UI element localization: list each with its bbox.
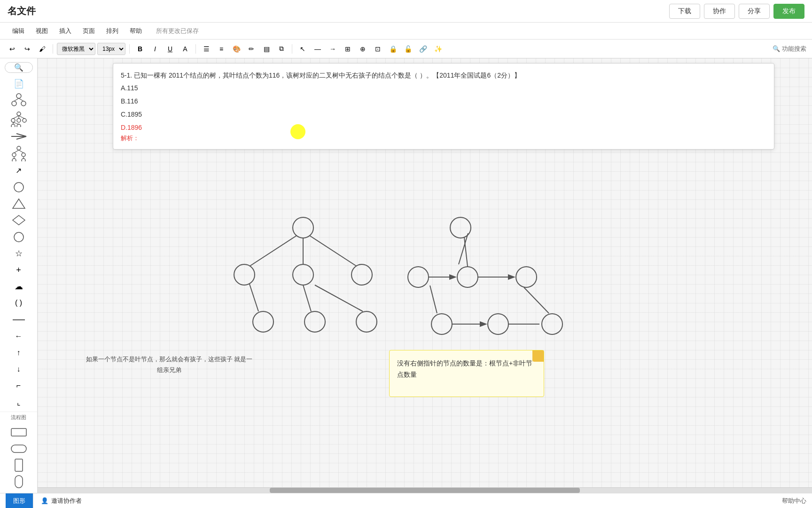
italic-button[interactable]: I: [148, 42, 162, 56]
fill-color-button[interactable]: 🎨: [230, 42, 243, 56]
menu-help[interactable]: 帮助: [125, 25, 147, 37]
menu-bar: 编辑 视图 插入 页面 排列 帮助 所有更改已保存: [0, 23, 812, 40]
help-center-label: 帮助中心: [782, 497, 806, 504]
tab-shapes[interactable]: 图形: [6, 493, 33, 508]
sidebar-l-icon[interactable]: ⌞: [5, 395, 33, 410]
sidebar-bracket-icons[interactable]: ( ): [5, 296, 33, 310]
layout-button[interactable]: ⧉: [275, 42, 288, 56]
align-left-button[interactable]: ☰: [200, 42, 213, 56]
line-button[interactable]: —: [311, 42, 324, 56]
sticky-corner: [532, 350, 544, 362]
invite-collaborator-button[interactable]: 👤 邀请协作者: [41, 497, 82, 505]
underline-button[interactable]: U: [164, 42, 177, 56]
sidebar-triangle-icon[interactable]: [5, 197, 33, 211]
sidebar-new-page[interactable]: 📄: [5, 77, 33, 91]
publish-button[interactable]: 发布: [773, 4, 804, 19]
svg-line-13: [19, 116, 24, 119]
redo-button[interactable]: ↪: [21, 42, 34, 56]
svg-point-59: [542, 314, 562, 334]
paste-button[interactable]: ⊡: [371, 42, 384, 56]
svg-line-46: [310, 236, 357, 266]
menu-edit[interactable]: 编辑: [8, 25, 29, 37]
sidebar-down-icon[interactable]: ↓: [5, 362, 33, 377]
insert-table-button[interactable]: ⊞: [341, 42, 354, 56]
menu-view[interactable]: 视图: [31, 25, 53, 37]
sidebar-shape3[interactable]: [5, 129, 33, 143]
copy-button[interactable]: ⊕: [356, 42, 369, 56]
menu-insert[interactable]: 插入: [55, 25, 76, 37]
horizontal-scrollbar[interactable]: [38, 487, 812, 493]
collaborate-button[interactable]: 协作: [704, 4, 735, 19]
sidebar-tall-rounded-icon[interactable]: [5, 475, 33, 489]
bold-button[interactable]: B: [133, 42, 147, 56]
svg-point-2: [21, 101, 26, 106]
svg-rect-34: [11, 445, 26, 452]
sidebar-star-icon[interactable]: ☆: [5, 246, 33, 261]
sidebar-corner-icon[interactable]: ⌐: [5, 379, 33, 393]
download-button[interactable]: 下载: [669, 4, 700, 19]
sidebar-arrow-icon[interactable]: ↗: [5, 163, 33, 178]
option-b: B.116: [121, 95, 766, 108]
sidebar-line-icon[interactable]: [5, 312, 33, 327]
sticky-note[interactable]: 没有右侧指针的节点的数量是：根节点+非叶节点数量: [389, 350, 544, 397]
line-color-button[interactable]: ✏: [245, 42, 258, 56]
magic-button[interactable]: ✨: [431, 42, 445, 56]
cursor-button[interactable]: ↖: [296, 42, 309, 56]
sidebar-circle-icon[interactable]: [5, 180, 33, 194]
menu-arrange[interactable]: 排列: [102, 25, 123, 37]
sidebar-circle2-icon[interactable]: [5, 230, 33, 244]
sidebar-rect-icon[interactable]: [5, 425, 33, 439]
svg-point-43: [356, 311, 377, 332]
share-button[interactable]: 分享: [739, 4, 770, 19]
svg-point-5: [17, 112, 21, 116]
sidebar-tree3[interactable]: [5, 145, 33, 161]
option-c: C.1895: [121, 108, 766, 121]
bottom-right: 帮助中心: [782, 497, 806, 505]
sidebar-tree2[interactable]: [5, 111, 33, 127]
canvas-area[interactable]: 5-1. 已知一棵有 2011个结点的树，其叶结点个数为116，该树对应的二叉树…: [38, 58, 812, 493]
sep1: [53, 44, 53, 54]
lock-button[interactable]: 🔒: [386, 42, 399, 56]
svg-point-6: [11, 119, 15, 122]
sidebar-diamond-icon[interactable]: [5, 213, 33, 228]
arrow-button[interactable]: →: [326, 42, 339, 56]
svg-point-38: [234, 264, 255, 285]
sidebar-tall-rect-icon[interactable]: [5, 458, 33, 473]
font-color-button[interactable]: A: [179, 42, 192, 56]
svg-rect-36: [15, 476, 23, 488]
link-button[interactable]: 🔗: [416, 42, 429, 56]
list-button[interactable]: ≡: [215, 42, 228, 56]
top-bar-right: 下载 协作 分享 发布: [669, 4, 804, 19]
svg-point-40: [351, 264, 372, 285]
unlock-button[interactable]: 🔓: [401, 42, 414, 56]
sidebar-cloud-icon[interactable]: ☁: [5, 279, 33, 294]
file-title: 名文件: [8, 5, 36, 17]
sidebar-tree1[interactable]: [5, 93, 33, 109]
svg-point-42: [304, 311, 325, 332]
undo-button[interactable]: ↩: [6, 42, 19, 56]
svg-line-64: [524, 287, 549, 313]
sidebar-arrow2-icon[interactable]: ←: [5, 329, 33, 343]
sidebar-plus-icon[interactable]: +: [5, 262, 33, 277]
format-painter-button[interactable]: 🖌: [36, 42, 49, 56]
new-page-icon: 📄: [14, 79, 24, 89]
svg-marker-29: [13, 199, 25, 208]
tree-icon-3: [9, 145, 28, 161]
font-size-select[interactable]: 13px: [97, 43, 125, 55]
tree-icon-2: [9, 111, 28, 127]
sidebar-rounded-rect-icon[interactable]: [5, 441, 33, 456]
sidebar-up-icon[interactable]: ↑: [5, 345, 33, 360]
sep4: [292, 44, 292, 54]
svg-line-44: [250, 236, 297, 266]
search-area: 🔍 功能搜索: [773, 45, 806, 53]
svg-line-48: [303, 285, 311, 311]
font-name-select[interactable]: 微软雅黑: [57, 43, 95, 55]
search-icon-sidebar: 🔍: [14, 63, 23, 72]
menu-page[interactable]: 页面: [78, 25, 100, 37]
scrollbar-thumb[interactable]: [270, 488, 579, 493]
sidebar-search[interactable]: 🔍: [5, 62, 33, 73]
svg-point-31: [14, 232, 23, 242]
svg-line-4: [19, 98, 23, 101]
svg-point-1: [12, 101, 16, 106]
align-button[interactable]: ▤: [260, 42, 273, 56]
